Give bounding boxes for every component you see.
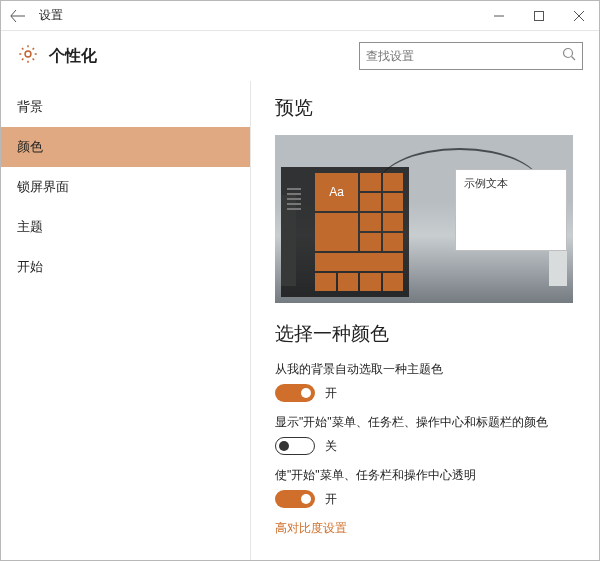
- header: 个性化: [1, 31, 599, 81]
- window-title: 设置: [35, 7, 479, 24]
- option-transparency-label: 使"开始"菜单、任务栏和操作中心透明: [275, 467, 579, 484]
- page-title: 个性化: [49, 46, 97, 67]
- toggle-show-color[interactable]: [275, 437, 315, 455]
- minimize-button[interactable]: [479, 1, 519, 31]
- sidebar-item-background[interactable]: 背景: [1, 87, 250, 127]
- sidebar-item-colors[interactable]: 颜色: [1, 127, 250, 167]
- back-button[interactable]: [1, 1, 35, 31]
- preview-start-panel: Aa: [281, 167, 409, 297]
- preview-heading: 预览: [275, 95, 579, 121]
- sidebar-item-themes[interactable]: 主题: [1, 207, 250, 247]
- toggle-auto-accent[interactable]: [275, 384, 315, 402]
- toggle-transparency-state: 开: [325, 491, 337, 508]
- preview-sample-window: 示例文本: [455, 169, 567, 251]
- preview-thumbnail: Aa 示例文本: [275, 135, 573, 303]
- svg-rect-0: [535, 11, 544, 20]
- toggle-transparency[interactable]: [275, 490, 315, 508]
- gear-icon: [17, 43, 39, 69]
- search-icon: [562, 47, 576, 65]
- sidebar-item-lockscreen[interactable]: 锁屏界面: [1, 167, 250, 207]
- svg-point-2: [564, 49, 573, 58]
- content: 预览 Aa 示例文本: [251, 81, 599, 560]
- search-box[interactable]: [359, 42, 583, 70]
- preview-sample-text: 示例文本: [456, 170, 566, 197]
- preview-tile: Aa: [315, 173, 358, 211]
- option-auto-accent-label: 从我的背景自动选取一种主题色: [275, 361, 579, 378]
- high-contrast-link[interactable]: 高对比度设置: [275, 520, 579, 537]
- search-input[interactable]: [366, 49, 562, 63]
- svg-point-1: [25, 51, 31, 57]
- option-show-color-label: 显示"开始"菜单、任务栏、操作中心和标题栏的颜色: [275, 414, 579, 431]
- sidebar: 背景 颜色 锁屏界面 主题 开始: [1, 81, 251, 560]
- titlebar: 设置: [1, 1, 599, 31]
- close-button[interactable]: [559, 1, 599, 31]
- toggle-show-color-state: 关: [325, 438, 337, 455]
- maximize-button[interactable]: [519, 1, 559, 31]
- choose-color-heading: 选择一种颜色: [275, 321, 579, 347]
- sidebar-item-start[interactable]: 开始: [1, 247, 250, 287]
- toggle-auto-accent-state: 开: [325, 385, 337, 402]
